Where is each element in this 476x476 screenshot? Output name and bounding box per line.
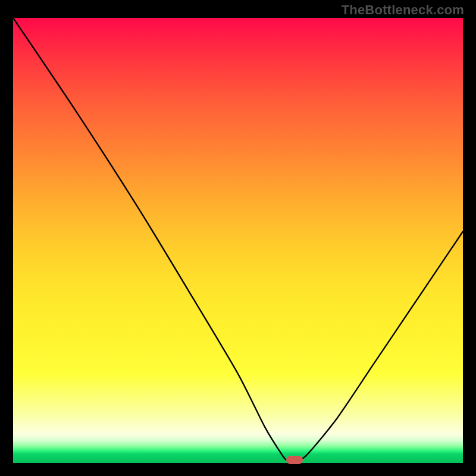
plot-area — [13, 18, 463, 463]
bottleneck-curve-path — [13, 18, 463, 461]
watermark-text: TheBottleneck.com — [342, 2, 464, 18]
min-marker — [286, 456, 303, 464]
chart-container: TheBottleneck.com — [0, 0, 476, 476]
curve-svg — [13, 18, 463, 463]
